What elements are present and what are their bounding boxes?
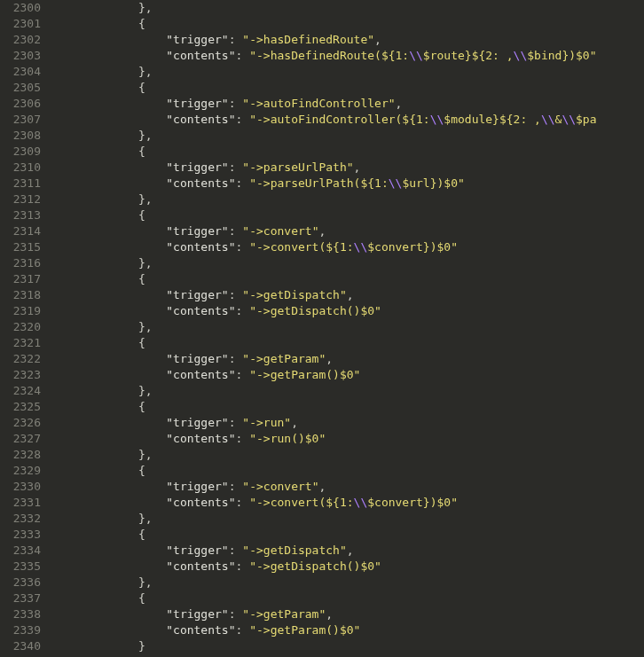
code-line[interactable]: },	[55, 64, 644, 80]
code-line[interactable]: "contents": "->hasDefinedRoute(${1:\\$ro…	[55, 48, 644, 64]
code-line[interactable]: "contents": "->run()$0"	[55, 431, 644, 447]
code-line[interactable]: "trigger": "->autoFindController",	[55, 96, 644, 112]
code-line[interactable]: {	[55, 80, 644, 96]
code-line[interactable]: {	[55, 591, 644, 606]
code-line[interactable]: },	[55, 447, 644, 463]
code-line[interactable]: "trigger": "->getDispatch",	[55, 543, 644, 559]
code-line[interactable]: },	[55, 128, 644, 144]
code-line[interactable]: "trigger": "->parseUrlPath",	[55, 160, 644, 176]
code-line[interactable]: "trigger": "->hasDefinedRoute",	[55, 32, 644, 48]
code-line[interactable]: "trigger": "->getDispatch",	[55, 287, 644, 303]
code-line[interactable]: {	[55, 527, 644, 543]
code-editor[interactable]: 2300230123022303230423052306230723082309…	[0, 0, 644, 657]
code-line[interactable]: "trigger": "->getParam",	[55, 351, 644, 367]
code-line[interactable]: {	[55, 463, 644, 479]
code-line[interactable]: {	[55, 207, 644, 223]
code-area[interactable]: }, { "trigger": "->hasDefinedRoute", "co…	[51, 0, 644, 657]
code-line[interactable]: },	[55, 575, 644, 591]
code-line[interactable]: {	[55, 399, 644, 415]
code-line[interactable]: "contents": "->parseUrlPath(${1:\\$url})…	[55, 176, 644, 192]
code-line[interactable]: {	[55, 335, 644, 351]
code-line[interactable]: "contents": "->convert(${1:\\$convert})$…	[55, 495, 644, 511]
code-line[interactable]: "contents": "->getDispatch()$0"	[55, 559, 644, 575]
code-line[interactable]: },	[55, 255, 644, 271]
code-line[interactable]: "contents": "->convert(${1:\\$convert})$…	[55, 239, 644, 255]
code-line[interactable]: }	[55, 638, 644, 654]
code-line[interactable]: },	[55, 319, 644, 335]
code-line[interactable]: "contents": "->getParam()$0"	[55, 367, 644, 383]
code-line[interactable]: "trigger": "->convert",	[55, 223, 644, 239]
code-line[interactable]: },	[55, 383, 644, 399]
code-line[interactable]: },	[55, 192, 644, 207]
code-line[interactable]: "trigger": "->convert",	[55, 479, 644, 495]
code-line[interactable]: },	[55, 511, 644, 527]
line-number-gutter: 2300230123022303230423052306230723082309…	[0, 0, 51, 657]
code-line[interactable]: {	[55, 271, 644, 287]
code-line[interactable]: "contents": "->getParam()$0"	[55, 622, 644, 638]
code-line[interactable]: "contents": "->autoFindController(${1:\\…	[55, 112, 644, 128]
code-line[interactable]: },	[55, 0, 644, 16]
code-line[interactable]: "trigger": "->run",	[55, 415, 644, 431]
code-line[interactable]: {	[55, 144, 644, 160]
code-line[interactable]: "trigger": "->getParam",	[55, 606, 644, 622]
code-line[interactable]: {	[55, 16, 644, 32]
code-line[interactable]: "contents": "->getDispatch()$0"	[55, 303, 644, 319]
